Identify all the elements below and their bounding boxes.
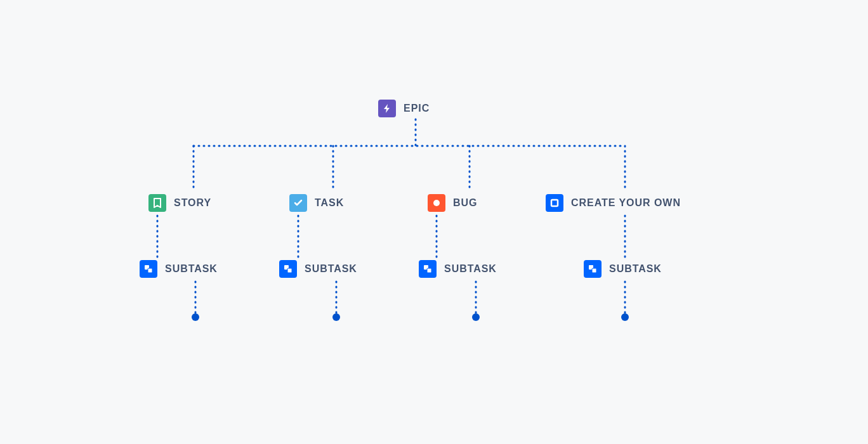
node-epic: EPIC bbox=[378, 100, 430, 117]
create-label: CREATE YOUR OWN bbox=[571, 197, 681, 209]
node-bug: BUG bbox=[428, 194, 477, 212]
bug-label: BUG bbox=[453, 197, 477, 209]
subtask-1-label: SUBTASK bbox=[165, 263, 218, 275]
node-subtask-4: SUBTASK bbox=[584, 260, 662, 278]
subtask-icon bbox=[140, 260, 157, 278]
subtask-4-label: SUBTASK bbox=[609, 263, 662, 275]
task-label: TASK bbox=[315, 197, 344, 209]
node-subtask-3: SUBTASK bbox=[419, 260, 497, 278]
epic-label: EPIC bbox=[404, 103, 430, 114]
svg-rect-21 bbox=[148, 268, 152, 273]
node-subtask-2: SUBTASK bbox=[279, 260, 357, 278]
diagram-canvas: EPIC STORY TASK BUG CREATE YOUR OWN SUBT… bbox=[0, 0, 868, 444]
task-icon bbox=[289, 194, 307, 212]
node-task: TASK bbox=[289, 194, 344, 212]
svg-rect-19 bbox=[551, 200, 558, 206]
svg-point-16 bbox=[472, 313, 480, 321]
svg-rect-25 bbox=[427, 268, 431, 273]
node-create-your-own: CREATE YOUR OWN bbox=[546, 194, 681, 212]
create-icon bbox=[546, 194, 563, 212]
bug-icon bbox=[428, 194, 445, 212]
subtask-2-label: SUBTASK bbox=[305, 263, 357, 275]
subtask-icon bbox=[419, 260, 437, 278]
subtask-icon bbox=[584, 260, 602, 278]
svg-rect-23 bbox=[287, 268, 292, 273]
svg-rect-27 bbox=[592, 268, 596, 273]
svg-point-17 bbox=[621, 313, 629, 321]
svg-point-14 bbox=[192, 313, 199, 321]
subtask-icon bbox=[279, 260, 297, 278]
svg-point-18 bbox=[433, 200, 440, 206]
connectors bbox=[0, 0, 868, 444]
node-subtask-1: SUBTASK bbox=[140, 260, 218, 278]
svg-point-15 bbox=[332, 313, 340, 321]
node-story: STORY bbox=[148, 194, 211, 212]
epic-icon bbox=[378, 100, 396, 117]
subtask-3-label: SUBTASK bbox=[444, 263, 497, 275]
story-label: STORY bbox=[174, 197, 211, 209]
story-icon bbox=[148, 194, 166, 212]
